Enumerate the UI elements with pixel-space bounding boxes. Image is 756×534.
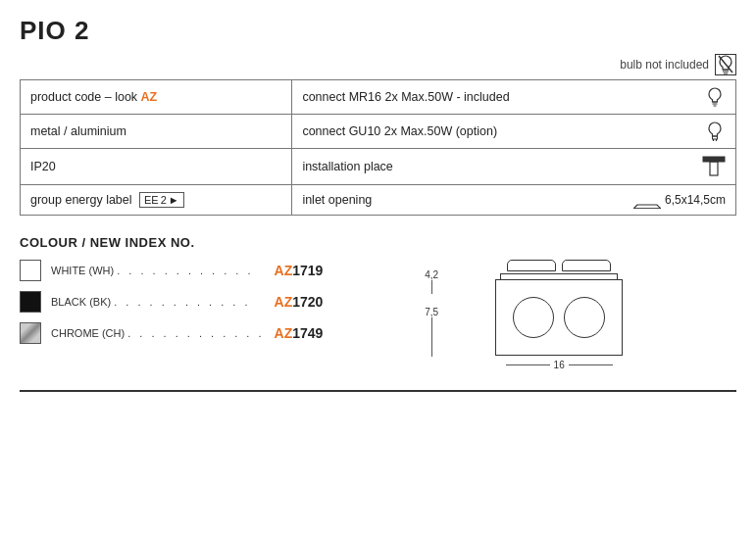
energy-label-badge: EE 2 ► (139, 192, 184, 208)
diagram-area: 4,2 7,5 (362, 260, 736, 370)
bottom-border (20, 390, 736, 392)
circle-cutout-left (513, 297, 554, 338)
colour-code-black: AZ1720 (275, 294, 324, 310)
colour-section: COLOUR / NEW INDEX NO. WHITE (WH) . . . … (20, 235, 736, 370)
svg-rect-10 (703, 157, 725, 162)
mr16-bulb-icon (704, 86, 726, 108)
list-item: BLACK (BK) . . . . . . . . . . . . AZ172… (20, 291, 323, 313)
gu10-bulb-icon (704, 121, 726, 142)
circle-cutout-right (564, 297, 605, 338)
chrome-swatch (20, 322, 41, 344)
bulb-notice-text: bulb not included (620, 58, 709, 72)
diagram-wrapper: 4,2 7,5 (446, 260, 672, 370)
table-row: IP20 installation place (21, 149, 736, 185)
page-title: PIO 2 (20, 16, 736, 46)
spec-left-ip: IP20 (21, 149, 292, 185)
colour-name-white: WHITE (WH) . . . . . . . . . . . . (51, 265, 265, 276)
list-item: CHROME (CH) . . . . . . . . . . . . AZ17… (20, 322, 323, 344)
side-view (446, 260, 672, 271)
colour-code-white: AZ1719 (275, 263, 324, 278)
bulb-notice-row: bulb not included (20, 54, 736, 75)
front-view (495, 279, 623, 356)
list-item: WHITE (WH) . . . . . . . . . . . . AZ171… (20, 260, 323, 281)
svg-rect-7 (713, 136, 718, 139)
spec-left-material: metal / aluminium (21, 115, 292, 149)
table-row: metal / aluminium connect GU10 2x Max.50… (21, 115, 736, 149)
spec-left-product-code: product code – look AZ (21, 80, 292, 115)
colour-list: WHITE (WH) . . . . . . . . . . . . AZ171… (20, 260, 323, 354)
dim-side-label: 7,5 (425, 307, 438, 317)
dim-bottom-label: 16 (550, 360, 569, 370)
spec-table: product code – look AZ connect MR16 2x M… (20, 79, 736, 216)
colour-section-title: COLOUR / NEW INDEX NO. (20, 235, 736, 250)
colour-name-chrome: CHROME (CH) . . . . . . . . . . . . (51, 327, 265, 339)
installation-place-icon (702, 155, 726, 178)
inlet-dimension-text: 6,5x14,5cm (665, 193, 726, 207)
white-swatch (20, 260, 41, 281)
black-swatch (20, 291, 41, 313)
table-row: product code – look AZ connect MR16 2x M… (21, 80, 736, 115)
spec-right-gu10: connect GU10 2x Max.50W (option) (292, 115, 736, 149)
inlet-opening-icon: 6,5x14,5cm (633, 191, 726, 209)
colour-code-chrome: AZ1749 (275, 325, 324, 341)
spec-right-install: installation place (292, 149, 736, 185)
svg-rect-11 (710, 162, 718, 175)
spec-right-mr16: connect MR16 2x Max.50W - included (292, 80, 736, 115)
dim-top-label: 4,2 (425, 269, 438, 280)
bulb-not-included-icon (715, 54, 736, 75)
spec-left-energy: group energy label EE 2 ► (21, 185, 292, 216)
table-row: group energy label EE 2 ► inlet opening (21, 185, 736, 216)
colour-name-black: BLACK (BK) . . . . . . . . . . . . (51, 296, 265, 308)
spec-right-inlet: inlet opening 6,5x14,5cm (292, 185, 736, 216)
